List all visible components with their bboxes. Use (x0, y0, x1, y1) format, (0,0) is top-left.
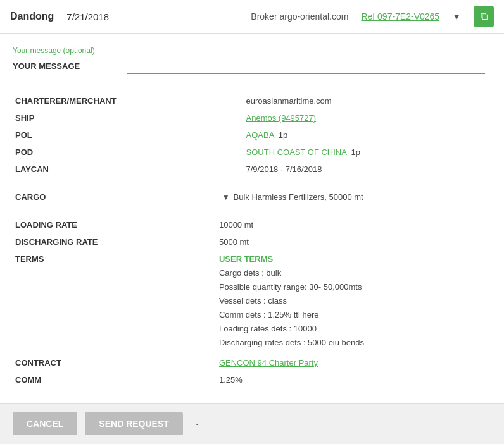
loading-rate-value: 10000 mt (217, 216, 485, 233)
pod-label: POD (13, 144, 244, 161)
table-row: LAYCAN 7/9/2018 - 7/16/2018 (13, 161, 485, 178)
message-input-wrapper (127, 58, 485, 74)
info-table: CHARTERER/MERCHANT euroasianmaritime.com… (13, 92, 485, 178)
discharging-rate-value: 5000 mt (217, 233, 485, 250)
broker-value: argo-oriental.com (279, 11, 348, 22)
ship-label: SHIP (13, 109, 244, 126)
charterer-value: euroasianmaritime.com (244, 92, 485, 109)
terms-value: USER TERMS Cargo dets : bulk Possible qu… (217, 250, 485, 354)
top-bar: Dandong 7/21/2018 Broker argo-oriental.c… (0, 0, 504, 34)
table-row: LOADING RATE 10000 mt (13, 216, 485, 233)
discharging-rate-label: DISCHARGING RATE (13, 233, 217, 250)
pol-link[interactable]: AQABA (246, 130, 274, 140)
divider-1 (13, 87, 485, 87)
ref-label: Ref (361, 11, 375, 22)
terms-user-label: USER TERMS (219, 254, 482, 264)
message-optional-label: Your message (optional) (13, 46, 485, 55)
terms-detail-3: Vessel dets : class (219, 294, 482, 308)
broker-label: Broker (251, 11, 277, 22)
contract-label: CONTRACT (13, 354, 217, 371)
terms-details: Cargo dets : bulk Possible quantity rang… (219, 266, 482, 350)
laycan-value: 7/9/2018 - 7/16/2018 (244, 161, 485, 178)
pol-value: AQABA 1p (244, 126, 485, 144)
main-content: Your message (optional) YOUR MESSAGE CHA… (0, 34, 504, 403)
cargo-label: CARGO (13, 188, 220, 206)
pod-value: SOUTH COAST OF CHINA 1p (244, 144, 485, 161)
cargo-text: Bulk Harmless Fertilizers, 50000 mt (234, 192, 363, 202)
ship-link[interactable]: Anemos (9495727) (246, 113, 317, 123)
table-row: SHIP Anemos (9495727) (13, 109, 485, 126)
cancel-button[interactable]: CANCEL (13, 412, 77, 435)
pod-link[interactable]: SOUTH COAST OF CHINA (246, 147, 347, 157)
loading-rate-label: LOADING RATE (13, 216, 217, 233)
broker-info: Broker argo-oriental.com (251, 11, 348, 22)
terms-label: TERMS (13, 250, 217, 354)
table-row: DISCHARGING RATE 5000 mt (13, 233, 485, 250)
pol-extra: 1p (279, 130, 287, 140)
table-row: POD SOUTH COAST OF CHINA 1p (13, 144, 485, 161)
table-row: TERMS USER TERMS Cargo dets : bulk Possi… (13, 250, 485, 354)
send-request-button[interactable]: SEND REQUEST (85, 412, 182, 435)
ref-value: 097-7E2-V0265 (377, 11, 439, 22)
table-row: CARGO ▼ Bulk Harmless Fertilizers, 50000… (13, 188, 485, 206)
terms-detail-1: Cargo dets : bulk (219, 266, 482, 280)
dot-indicator: · (196, 417, 199, 431)
message-row: YOUR MESSAGE (13, 58, 485, 74)
cargo-table: CARGO ▼ Bulk Harmless Fertilizers, 50000… (13, 188, 485, 206)
dropdown-chevron-icon[interactable]: ▼ (452, 11, 461, 22)
terms-detail-2: Possible quantity range: 30- 50,000mts (219, 280, 482, 294)
table-row: COMM 1.25% (13, 371, 485, 388)
date-value: 7/21/2018 (66, 11, 109, 22)
charterer-label: CHARTERER/MERCHANT (13, 92, 244, 109)
table-row: POL AQABA 1p (13, 126, 485, 144)
pol-label: POL (13, 126, 244, 144)
divider-2 (13, 183, 485, 183)
contract-link[interactable]: GENCON 94 Charter Party (219, 358, 318, 367)
ref-link[interactable]: Ref 097-7E2-V0265 (361, 11, 439, 22)
laycan-label: LAYCAN (13, 161, 244, 178)
message-section: Your message (optional) YOUR MESSAGE (13, 46, 485, 74)
divider-3 (13, 211, 485, 211)
comm-label: COMM (13, 371, 217, 388)
ship-value: Anemos (9495727) (244, 109, 485, 126)
cargo-value: ▼ Bulk Harmless Fertilizers, 50000 mt (220, 188, 485, 206)
terms-detail-4: Comm dets : 1.25% ttl here (219, 308, 482, 322)
pod-extra: 1p (351, 147, 360, 157)
your-message-label: YOUR MESSAGE (13, 61, 114, 71)
rates-table: LOADING RATE 10000 mt DISCHARGING RATE 5… (13, 216, 485, 388)
terms-detail-5: Loading rates dets : 10000 (219, 322, 482, 336)
comm-value: 1.25% (217, 371, 485, 388)
footer: CANCEL SEND REQUEST · (0, 403, 504, 444)
company-title: Dandong (10, 11, 54, 22)
table-row: CHARTERER/MERCHANT euroasianmaritime.com (13, 92, 485, 109)
contract-value: GENCON 94 Charter Party (217, 354, 485, 371)
terms-detail-6: Discharging rates dets : 5000 eiu bends (219, 336, 482, 350)
share-icon[interactable]: ⧉ (474, 6, 494, 27)
table-row: CONTRACT GENCON 94 Charter Party (13, 354, 485, 371)
chevron-down-icon[interactable]: ▼ (222, 193, 230, 202)
message-input[interactable] (127, 58, 485, 74)
